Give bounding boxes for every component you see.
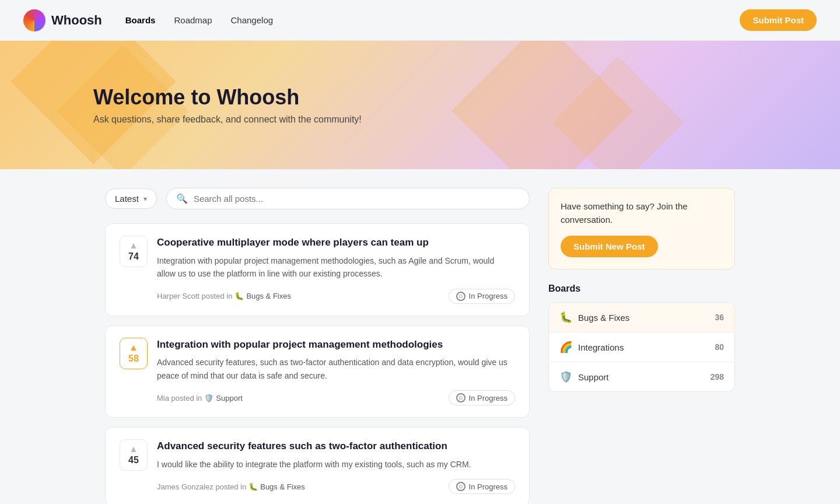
post-title-1[interactable]: Cooperative multiplayer mode where playe… bbox=[157, 236, 515, 250]
main-content: Latest ▾ 🔍 ▲ 74 Cooperative multiplayer … bbox=[93, 169, 747, 504]
board-item-support[interactable]: 🛡️ Support 298 bbox=[549, 362, 734, 391]
vote-count-2: 58 bbox=[128, 354, 139, 364]
sort-label: Latest bbox=[115, 194, 139, 204]
vote-count-3: 45 bbox=[128, 455, 139, 466]
upvote-arrow-icon: ▲ bbox=[129, 241, 138, 250]
board-item-integrations[interactable]: 🌈 Integrations 80 bbox=[549, 332, 734, 362]
board-count-bugs: 36 bbox=[715, 313, 724, 322]
table-row: ▲ 45 Advanced security features such as … bbox=[105, 427, 530, 504]
board-emoji-bugs: 🐛 bbox=[559, 311, 572, 324]
board-emoji-3: 🐛 bbox=[249, 482, 258, 491]
table-row: ▲ 74 Cooperative multiplayer mode where … bbox=[105, 223, 530, 316]
logo-link[interactable]: Whoosh bbox=[23, 9, 102, 32]
navbar: Whoosh Boards Roadmap Changelog Submit P… bbox=[0, 0, 840, 41]
board-name-support: Support bbox=[578, 372, 609, 382]
board-tag-2[interactable]: 🛡️ Support bbox=[204, 394, 243, 402]
post-meta-3: James Gonzalez posted in 🐛 Bugs & Fixes … bbox=[157, 479, 515, 494]
vote-button-3[interactable]: ▲ 45 bbox=[120, 439, 148, 471]
table-row: ▲ 58 Integration with popular project ma… bbox=[105, 326, 530, 418]
board-count-support: 298 bbox=[710, 372, 724, 382]
vote-count-1: 74 bbox=[128, 251, 139, 262]
post-meta-2: Mia posted in 🛡️ Support ⊙ In Progress bbox=[157, 390, 515, 405]
board-name-integrations: Integrations bbox=[578, 342, 624, 352]
board-item-label-bugs: 🐛 Bugs & Fixes bbox=[559, 311, 629, 324]
sidebar-boards-title: Boards bbox=[548, 284, 735, 294]
posts-column: Latest ▾ 🔍 ▲ 74 Cooperative multiplayer … bbox=[105, 188, 530, 504]
nav-links: Boards Roadmap Changelog bbox=[125, 15, 273, 26]
filter-bar: Latest ▾ 🔍 bbox=[105, 188, 530, 209]
status-badge-3: ⊙ In Progress bbox=[449, 479, 515, 494]
board-count-integrations: 80 bbox=[715, 342, 724, 352]
post-title-3[interactable]: Advanced security features such as two-f… bbox=[157, 439, 515, 453]
nav-boards[interactable]: Boards bbox=[125, 15, 156, 26]
author-name-1: Harper Scott posted in bbox=[157, 292, 232, 300]
hero-section: Welcome to Whoosh Ask questions, share f… bbox=[0, 41, 840, 169]
board-name-1: Bugs & Fixes bbox=[246, 292, 291, 300]
search-input[interactable] bbox=[194, 194, 520, 204]
hero-subtitle: Ask questions, share feedback, and conne… bbox=[93, 114, 747, 125]
board-emoji-support: 🛡️ bbox=[559, 370, 572, 383]
vote-button-1[interactable]: ▲ 74 bbox=[120, 236, 148, 267]
vote-button-2[interactable]: ▲ 58 bbox=[120, 338, 148, 369]
search-bar: 🔍 bbox=[166, 188, 530, 209]
in-progress-icon-3: ⊙ bbox=[456, 482, 466, 491]
sort-dropdown[interactable]: Latest ▾ bbox=[105, 188, 157, 209]
logo-icon bbox=[23, 9, 46, 32]
upvote-arrow-icon: ▲ bbox=[129, 343, 138, 352]
status-badge-1: ⊙ In Progress bbox=[449, 289, 515, 304]
upvote-arrow-icon: ▲ bbox=[129, 444, 138, 454]
post-body-3: Advanced security features such as two-f… bbox=[157, 439, 515, 494]
board-item-label-integrations: 🌈 Integrations bbox=[559, 341, 624, 354]
status-text-3: In Progress bbox=[469, 482, 508, 491]
board-emoji-2: 🛡️ bbox=[204, 394, 214, 402]
post-title-2[interactable]: Integration with popular project managem… bbox=[157, 338, 515, 352]
post-author-board-1: Harper Scott posted in 🐛 Bugs & Fixes bbox=[157, 292, 291, 300]
status-text-2: In Progress bbox=[469, 394, 508, 402]
app-name: Whoosh bbox=[51, 13, 102, 28]
board-emoji-integrations: 🌈 bbox=[559, 341, 572, 354]
post-body-2: Integration with popular project managem… bbox=[157, 338, 515, 406]
board-tag-3[interactable]: 🐛 Bugs & Fixes bbox=[249, 482, 305, 491]
board-item-bugs[interactable]: 🐛 Bugs & Fixes 36 bbox=[549, 303, 734, 332]
board-emoji-1: 🐛 bbox=[235, 292, 244, 300]
post-meta-1: Harper Scott posted in 🐛 Bugs & Fixes ⊙ … bbox=[157, 289, 515, 304]
submit-post-button[interactable]: Submit Post bbox=[740, 9, 817, 31]
nav-roadmap[interactable]: Roadmap bbox=[174, 15, 212, 26]
post-description-1: Integration with popular project managem… bbox=[157, 254, 515, 281]
board-name-bugs: Bugs & Fixes bbox=[578, 313, 629, 323]
author-text-1: Harper Scott bbox=[157, 292, 200, 300]
post-description-2: Advanced security features, such as two-… bbox=[157, 356, 515, 382]
in-progress-icon-2: ⊙ bbox=[456, 393, 466, 402]
board-name-2: Support bbox=[216, 394, 243, 402]
hero-title: Welcome to Whoosh bbox=[93, 85, 747, 110]
in-progress-icon-1: ⊙ bbox=[456, 292, 466, 301]
author-text-2: Mia bbox=[157, 394, 169, 402]
sidebar-submit-new-post-button[interactable]: Submit New Post bbox=[561, 236, 658, 257]
search-icon: 🔍 bbox=[176, 193, 188, 204]
board-item-label-support: 🛡️ Support bbox=[559, 370, 609, 383]
status-badge-2: ⊙ In Progress bbox=[449, 390, 515, 405]
sidebar: Have something to say? Join the conversa… bbox=[548, 188, 735, 504]
post-body-1: Cooperative multiplayer mode where playe… bbox=[157, 236, 515, 304]
sidebar-cta: Have something to say? Join the conversa… bbox=[548, 188, 735, 270]
board-tag-1[interactable]: 🐛 Bugs & Fixes bbox=[235, 292, 291, 300]
post-description-3: I would like the ability to integrate th… bbox=[157, 458, 515, 471]
board-name-3: Bugs & Fixes bbox=[260, 482, 305, 491]
sidebar-boards-section: Boards 🐛 Bugs & Fixes 36 🌈 Integrations … bbox=[548, 284, 735, 392]
boards-list: 🐛 Bugs & Fixes 36 🌈 Integrations 80 🛡️ bbox=[548, 302, 735, 392]
nav-changelog[interactable]: Changelog bbox=[231, 15, 274, 26]
chevron-down-icon: ▾ bbox=[144, 195, 147, 203]
author-text-3: James Gonzalez bbox=[157, 482, 214, 491]
author-name-3: James Gonzalez posted in bbox=[157, 482, 246, 491]
status-text-1: In Progress bbox=[469, 292, 508, 300]
sidebar-cta-text: Have something to say? Join the conversa… bbox=[561, 200, 723, 226]
author-name-2: Mia posted in bbox=[157, 394, 202, 402]
post-author-board-2: Mia posted in 🛡️ Support bbox=[157, 394, 243, 402]
post-author-board-3: James Gonzalez posted in 🐛 Bugs & Fixes bbox=[157, 482, 305, 491]
